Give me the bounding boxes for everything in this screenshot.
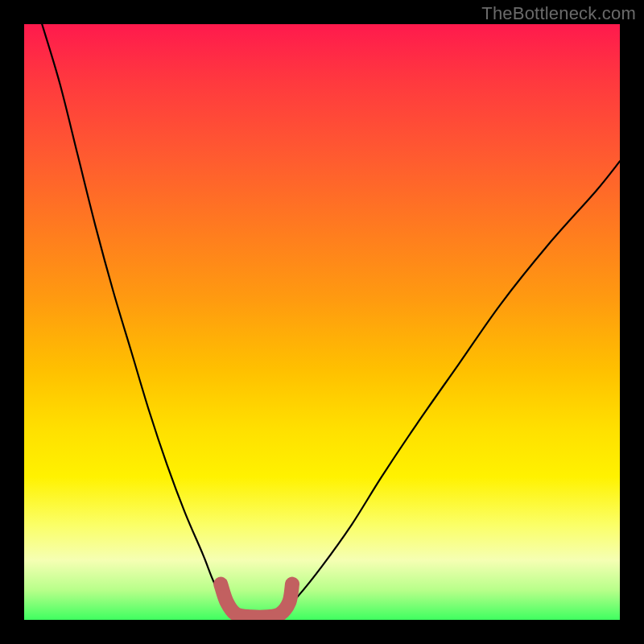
right-curve	[280, 161, 620, 613]
chart-frame: TheBottleneck.com	[0, 0, 644, 644]
left-curve	[42, 24, 236, 614]
plot-area	[24, 24, 620, 620]
chart-svg	[24, 24, 620, 620]
watermark-text: TheBottleneck.com	[481, 3, 636, 24]
optimal-dot	[214, 578, 227, 591]
optimal-band	[221, 584, 292, 617]
